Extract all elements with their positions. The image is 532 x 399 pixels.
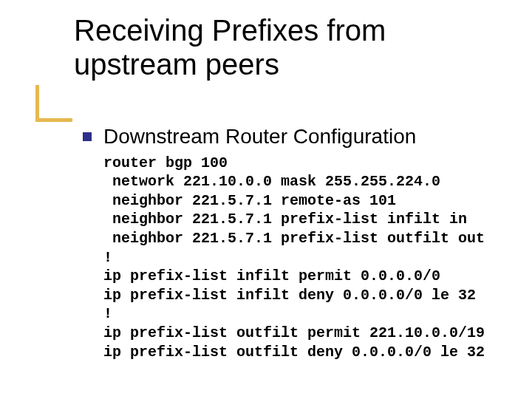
bullet-row: Downstream Router Configuration [83,124,511,149]
bullet-text: Downstream Router Configuration [103,124,416,149]
square-bullet-icon [83,132,92,141]
code-block: router bgp 100 network 221.10.0.0 mask 2… [103,154,511,362]
accent-vertical [35,85,39,122]
slide-title: Receiving Prefixes from upstream peers [74,13,502,81]
accent-horizontal [35,118,72,122]
slide: Receiving Prefixes from upstream peers D… [0,0,532,399]
slide-body: Downstream Router Configuration router b… [83,124,511,361]
